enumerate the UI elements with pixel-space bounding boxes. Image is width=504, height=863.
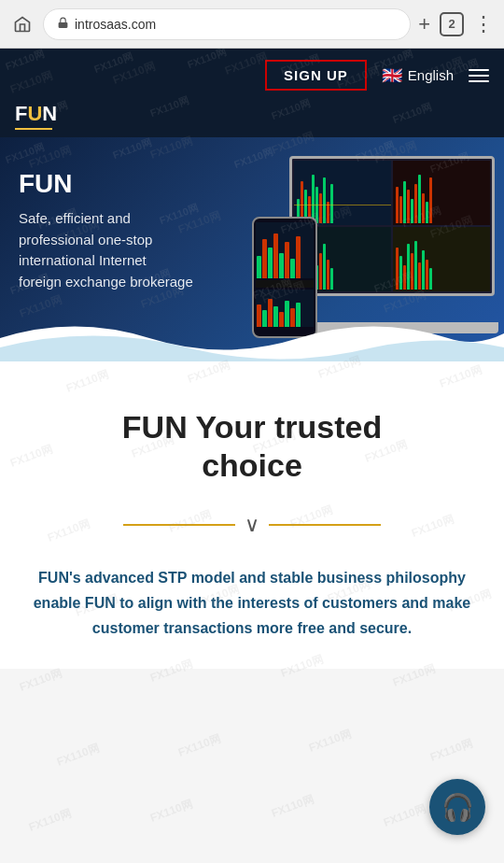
trusted-title-part1: FUN Your trusted bbox=[122, 409, 382, 445]
hero-content: FUN Safe, efficient and professional one… bbox=[0, 150, 504, 348]
browser-actions: + 2 ⋮ bbox=[418, 12, 495, 36]
logo-text: FUN bbox=[15, 102, 489, 126]
url-bar[interactable]: introsaas.com bbox=[43, 8, 411, 40]
language-label: English bbox=[408, 67, 454, 83]
section-divider: ∨ bbox=[19, 513, 485, 537]
hero-description: Safe, efficient and professional one-sto… bbox=[19, 208, 485, 292]
description-text: FUN's advanced STP model and stable busi… bbox=[19, 565, 485, 642]
url-text: introsaas.com bbox=[75, 17, 156, 32]
header-top: SIGN UP 🇬🇧 English bbox=[0, 49, 504, 102]
tabs-button[interactable]: 2 bbox=[440, 12, 464, 36]
divider-left bbox=[123, 524, 235, 526]
logo-underline bbox=[15, 128, 52, 130]
svg-rect-0 bbox=[59, 21, 68, 27]
language-selector[interactable]: 🇬🇧 English bbox=[382, 65, 454, 86]
header-logo: FUN bbox=[0, 102, 504, 137]
main-content: FUN Your trusted choice ∨ FUN's advanced… bbox=[0, 361, 504, 669]
hero-desc-line1: Safe, efficient and bbox=[19, 210, 131, 226]
browser-chrome: introsaas.com + 2 ⋮ bbox=[0, 0, 504, 49]
lock-icon bbox=[57, 17, 69, 32]
divider-right bbox=[269, 524, 381, 526]
menu-line-2 bbox=[469, 75, 489, 77]
menu-line-3 bbox=[469, 80, 489, 82]
hero-brand-name: FUN bbox=[19, 169, 485, 199]
flag-icon: 🇬🇧 bbox=[382, 65, 402, 86]
signup-button[interactable]: SIGN UP bbox=[265, 60, 367, 91]
chevron-down-icon: ∨ bbox=[245, 513, 259, 537]
browser-menu-button[interactable]: ⋮ bbox=[473, 12, 495, 36]
hero-desc-line2: professional one-stop bbox=[19, 232, 152, 248]
home-button[interactable] bbox=[9, 11, 35, 37]
trusted-section: FUN Your trusted choice ∨ FUN's advanced… bbox=[0, 361, 504, 669]
hamburger-menu-button[interactable] bbox=[469, 69, 489, 82]
trusted-title-part2: choice bbox=[202, 447, 302, 483]
hero-desc-line3: international Internet bbox=[19, 252, 147, 268]
hero-desc-line4: foreign exchange brokerage bbox=[19, 274, 193, 290]
site-header: FX110网 FX110网 FX110网 FX110网 FX110网 FX110… bbox=[0, 49, 504, 137]
menu-line-1 bbox=[469, 69, 489, 71]
trusted-title: FUN Your trusted choice bbox=[19, 408, 485, 485]
new-tab-button[interactable]: + bbox=[418, 12, 430, 36]
hero-section: FX110网 FX110网 FX110网 FX110网 FX110网 FX110… bbox=[0, 137, 504, 361]
